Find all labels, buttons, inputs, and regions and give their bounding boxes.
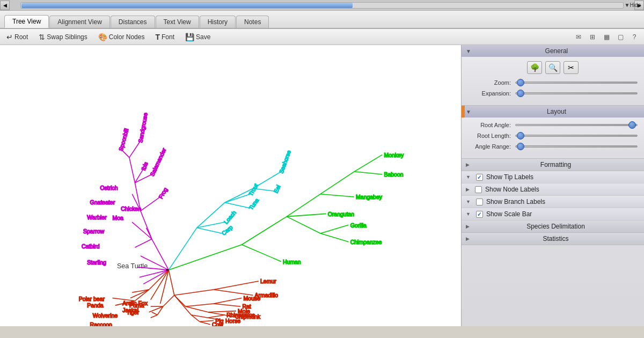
layout-title: Layout <box>473 108 640 115</box>
rhinoceros-label: Rhinoceros <box>226 312 255 318</box>
monkey-label: Monkey <box>384 152 404 158</box>
help-icon[interactable]: ? <box>629 32 640 42</box>
gnateater-label: Gnateater <box>90 200 115 205</box>
frog-label: Frog <box>158 187 169 200</box>
tab-alignment-view[interactable]: Alignment View <box>49 16 110 28</box>
layout-icon[interactable]: ▦ <box>601 32 612 42</box>
show-branch-labels-checkbox[interactable] <box>476 199 483 205</box>
panda-label: Panda <box>87 303 103 308</box>
general-triangle: ▼ <box>466 48 471 54</box>
general-title: General <box>473 47 640 55</box>
lemur-label: Lemur <box>260 278 276 284</box>
root-length-thumb[interactable] <box>517 132 524 139</box>
layout-section: ▼ Layout Root Angle: Root Length: <box>462 106 644 159</box>
swap-label: Swap Siblings <box>47 33 87 41</box>
layout-triangle: ▼ <box>466 109 471 115</box>
show-tip-labels-label: Show Tip Labels <box>486 173 533 181</box>
formatting-row[interactable]: ▶ Formatting <box>462 159 644 171</box>
angle-range-label: Angle Range: <box>468 143 511 150</box>
window-icon[interactable]: ▢ <box>615 32 626 42</box>
zoom-track[interactable] <box>515 82 638 84</box>
show-tip-labels-row[interactable]: ▼ Show Tip Labels <box>462 171 644 183</box>
species-delimitation-row[interactable]: ▶ Species Delimitation <box>462 221 644 233</box>
ibis-label: Ibis <box>141 161 149 171</box>
magnify-icon-box[interactable]: 🔍 <box>545 61 560 74</box>
root-button[interactable]: ↵ Root <box>4 32 30 42</box>
angle-range-thumb[interactable] <box>517 143 524 150</box>
tab-distances[interactable]: Distances <box>111 16 155 28</box>
green-clade: Monkey Baboon Mangabey Orangutan Gorilla… <box>169 152 404 270</box>
show-scale-bar-row[interactable]: ▼ Show Scale Bar <box>462 208 644 221</box>
scissors-icon-box[interactable]: ✂ <box>564 61 579 74</box>
root-icon: ↵ <box>6 33 13 41</box>
tree-icon-box[interactable]: 🌳 <box>527 61 542 74</box>
eel-label: Eel <box>273 184 281 194</box>
grid-icon[interactable]: ⊞ <box>587 32 598 42</box>
show-node-labels-checkbox[interactable] <box>475 186 482 193</box>
show-node-labels-row[interactable]: ▶ Show Node Labels <box>462 183 644 196</box>
root-length-track[interactable] <box>515 135 638 137</box>
node-labels-triangle: ▶ <box>466 187 470 192</box>
general-section: ▼ General 🌳 🔍 ✂ Zoom: <box>462 45 644 106</box>
expansion-track[interactable] <box>515 92 638 94</box>
sandgrouse-label: Sandgrouse <box>137 112 149 143</box>
scroll-left-arrow[interactable]: ◀ <box>0 1 10 10</box>
color-nodes-button[interactable]: 🎨 Color Nodes <box>96 32 147 42</box>
angle-range-track[interactable] <box>515 145 638 148</box>
zoom-thumb[interactable] <box>517 79 524 86</box>
show-tip-labels-checkbox[interactable] <box>476 174 483 181</box>
mangabey-label: Mangabey <box>356 194 383 200</box>
root-angle-thumb[interactable] <box>628 121 636 129</box>
font-icon: T <box>155 33 160 41</box>
wolverine-label: Wolverine <box>93 313 118 319</box>
save-icon: 💾 <box>185 33 194 41</box>
horse-label: Horse <box>225 318 240 324</box>
scroll-track[interactable] <box>20 2 624 9</box>
jackal-label: Jackal <box>122 307 138 313</box>
warbler-label: Warbler <box>87 215 107 221</box>
right-panel: ▼ General 🌳 🔍 ✂ Zoom: <box>462 45 644 326</box>
species-delimitation-label: Species Delimitation <box>472 223 640 230</box>
carp-label: Carp <box>221 224 234 237</box>
root-angle-row: Root Angle: <box>468 122 638 128</box>
main-content: Sea Turtle Monkey Baboon Mangabey <box>0 45 644 326</box>
sparrow-label: Sparrow <box>83 229 104 234</box>
arctic-fox-label: Arctic Fox <box>122 300 148 306</box>
seahorse-label: Seahorse <box>278 150 292 174</box>
cyan-clade: Seahorse Eel Trout Tuna Loach Carp <box>169 150 292 270</box>
save-label: Save <box>196 33 210 41</box>
tab-notes[interactable]: Notes <box>236 16 269 28</box>
save-button[interactable]: 💾 Save <box>183 32 213 42</box>
general-icons-row: 🌳 🔍 ✂ <box>468 61 638 74</box>
general-body: 🌳 🔍 ✂ Zoom: Expansion: <box>462 57 644 105</box>
root-angle-label: Root Angle: <box>468 122 511 128</box>
general-header[interactable]: ▼ General <box>462 45 644 57</box>
show-branch-labels-label: Show Branch Labels <box>486 198 545 205</box>
show-node-labels-label: Show Node Labels <box>485 186 539 193</box>
layout-header[interactable]: ▼ Layout <box>462 106 644 117</box>
swap-icon: ⇅ <box>39 33 45 41</box>
orangutan-label: Orangutan <box>328 211 355 217</box>
email-icon[interactable]: ✉ <box>573 32 584 42</box>
show-scale-bar-checkbox[interactable] <box>476 211 483 218</box>
root-angle-track[interactable] <box>515 124 638 126</box>
phylo-tree-svg: Sea Turtle Monkey Baboon Mangabey <box>0 45 461 326</box>
expansion-thumb[interactable] <box>517 90 524 97</box>
layout-body: Root Angle: Root Length: Angle Range: <box>462 117 644 158</box>
expansion-slider-row: Expansion: <box>468 90 638 97</box>
color-icon: 🎨 <box>98 33 107 41</box>
red-clade: Lemur Armadillo Mouse Rat Mole Chipmunk <box>79 270 279 326</box>
sea-turtle-label: Sea Turtle <box>117 262 148 270</box>
root-length-row: Root Length: <box>468 133 638 139</box>
zoom-slider-row: Zoom: <box>468 79 638 86</box>
tab-history[interactable]: History <box>200 16 236 28</box>
tree-area: Sea Turtle Monkey Baboon Mangabey <box>0 45 462 326</box>
font-button[interactable]: T Font <box>153 32 177 42</box>
tab-text-view[interactable]: Text View <box>156 16 199 28</box>
statistics-row[interactable]: ▶ Statistics <box>462 233 644 245</box>
show-branch-labels-row[interactable]: ▼ Show Branch Labels <box>462 196 644 208</box>
hide-button[interactable]: ▼Hide <box>625 2 641 8</box>
swap-siblings-button[interactable]: ⇅ Swap Siblings <box>36 32 89 42</box>
tab-tree-view[interactable]: Tree View <box>4 15 49 28</box>
chimpanzee-label: Chimpanzee <box>350 239 382 245</box>
